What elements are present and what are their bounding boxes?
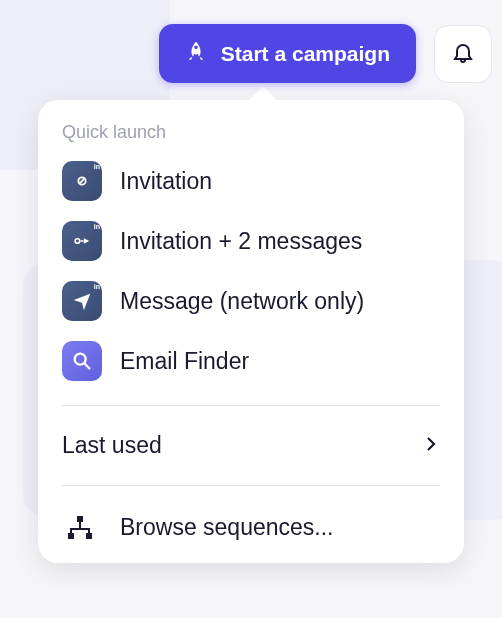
menu-item-label: Invitation [120,168,212,195]
menu-item-label: Message (network only) [120,288,364,315]
linkedin-badge: in [94,283,100,290]
message-icon: in [62,281,102,321]
svg-point-0 [75,239,80,244]
invitation-icon: in [62,161,102,201]
svg-rect-2 [77,516,83,522]
browse-sequences-row[interactable]: Browse sequences... [38,500,464,545]
last-used-label: Last used [62,432,162,459]
invitation-messages-icon: in [62,221,102,261]
menu-item-invitation[interactable]: in Invitation [38,151,464,211]
linkedin-badge: in [94,163,100,170]
browse-sequences-label: Browse sequences... [120,514,334,541]
divider [62,485,440,486]
start-campaign-label: Start a campaign [221,42,390,66]
email-finder-icon [62,341,102,381]
divider [62,405,440,406]
menu-item-label: Invitation + 2 messages [120,228,362,255]
svg-rect-4 [86,533,92,539]
chevron-right-icon [422,432,440,459]
menu-item-invitation-messages[interactable]: in Invitation + 2 messages [38,211,464,271]
bell-icon [451,40,475,67]
menu-item-message-network[interactable]: in Message (network only) [38,271,464,331]
menu-item-label: Email Finder [120,348,249,375]
start-campaign-button[interactable]: Start a campaign [159,24,416,83]
quick-launch-section-label: Quick launch [38,120,464,151]
top-bar: Start a campaign [0,24,492,83]
menu-item-email-finder[interactable]: Email Finder [38,331,464,391]
notifications-button[interactable] [434,25,492,83]
last-used-row[interactable]: Last used [38,420,464,471]
rocket-icon [185,40,207,67]
quick-launch-dropdown: Quick launch in Invitation in Invitation… [38,100,464,563]
sitemap-icon [62,515,98,541]
svg-rect-3 [68,533,74,539]
linkedin-badge: in [94,223,100,230]
